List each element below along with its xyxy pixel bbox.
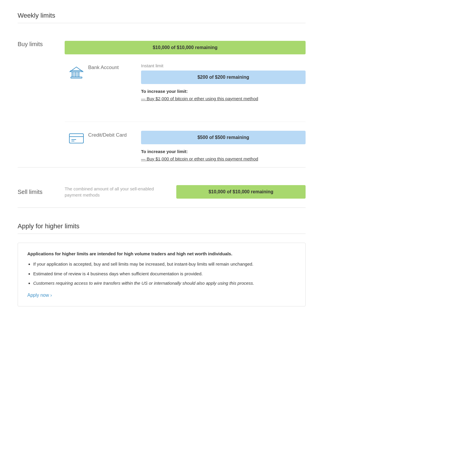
- buy-top-right: $10,000 of $10,000 remaining: [65, 41, 306, 161]
- credit-card-increase-text: — Buy $1,000 of bitcoin or ether using t…: [141, 156, 306, 161]
- svg-marker-4: [70, 67, 83, 72]
- bank-account-increase-title: To increase your limit:: [141, 89, 306, 94]
- bank-account-row: Bank Account Instant limit $200 of $200 …: [65, 63, 306, 101]
- svg-rect-5: [71, 71, 82, 72]
- payment-methods-divider: [65, 122, 306, 122]
- buy-limits-outer: Buy limits $10,000 of $10,000 remaining: [18, 32, 306, 161]
- credit-card-bar: $500 of $500 remaining: [141, 131, 306, 144]
- credit-card-limit-info: $500 of $500 remaining To increase your …: [141, 131, 306, 161]
- apply-box-title: Applications for higher limits are inten…: [27, 251, 296, 256]
- sell-limits-right: $10,000 of $10,000 remaining: [176, 185, 306, 199]
- sell-limits-top-divider: [18, 167, 306, 167]
- svg-rect-2: [75, 72, 76, 77]
- credit-card-name: Credit/Debit Card: [88, 131, 141, 138]
- apply-bullet-list: If your application is accepted, buy and…: [27, 261, 296, 287]
- apply-bullet-2: Estimated time of review is 4 business d…: [33, 271, 296, 277]
- buy-overall-limit-bar: $10,000 of $10,000 remaining: [65, 41, 306, 54]
- sell-limits-bottom-divider: [18, 207, 306, 208]
- svg-rect-6: [69, 134, 83, 143]
- bank-account-name: Bank Account: [88, 63, 141, 71]
- buy-limits-top: Buy limits $10,000 of $10,000 remaining: [18, 41, 306, 161]
- svg-rect-1: [72, 72, 73, 77]
- weekly-limits-section: Weekly limits: [18, 12, 306, 23]
- sell-limits-description: The combined amount of all your sell-ena…: [65, 186, 176, 198]
- apply-now-link[interactable]: Apply now ›: [27, 293, 52, 298]
- credit-card-increase-link[interactable]: — Buy $1,000 of bitcoin or ether using t…: [141, 156, 258, 161]
- bank-account-increase-link[interactable]: — Buy $2,000 of bitcoin or ether using t…: [141, 96, 258, 101]
- apply-section: Apply for higher limits Applications for…: [18, 222, 306, 306]
- credit-card-icon: [65, 131, 88, 145]
- bank-account-limit-info: Instant limit $200 of $200 remaining To …: [141, 63, 306, 101]
- sell-limit-bar: $10,000 of $10,000 remaining: [176, 185, 306, 199]
- buy-limits-label: Buy limits: [18, 41, 65, 48]
- weekly-limits-title: Weekly limits: [18, 12, 306, 19]
- apply-bullet-3: Customers requiring access to wire trans…: [33, 280, 296, 287]
- credit-card-row: Credit/Debit Card $500 of $500 remaining…: [65, 131, 306, 161]
- bank-account-increase-text: — Buy $2,000 of bitcoin or ether using t…: [141, 96, 306, 101]
- sell-limits-label: Sell limits: [18, 189, 65, 195]
- weekly-limits-divider: [18, 23, 306, 23]
- apply-bullet-1: If your application is accepted, buy and…: [33, 261, 296, 268]
- bank-account-instant-bar: $200 of $200 remaining: [141, 71, 306, 84]
- svg-rect-3: [78, 72, 79, 77]
- apply-section-divider: [18, 234, 306, 234]
- credit-card-increase-title: To increase your limit:: [141, 149, 306, 154]
- bank-account-icon: [65, 63, 88, 81]
- bank-account-instant-label: Instant limit: [141, 63, 306, 68]
- apply-section-title: Apply for higher limits: [18, 222, 306, 230]
- sell-limits-section: Sell limits The combined amount of all y…: [18, 176, 306, 207]
- apply-box: Applications for higher limits are inten…: [18, 243, 306, 306]
